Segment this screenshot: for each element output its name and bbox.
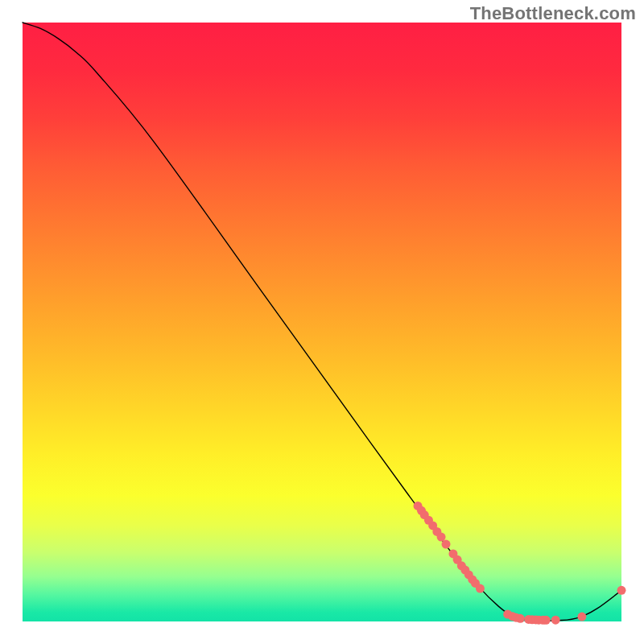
chart-canvas bbox=[0, 0, 644, 644]
watermark-label: TheBottleneck.com bbox=[470, 3, 636, 24]
data-point bbox=[551, 616, 560, 625]
data-point bbox=[617, 586, 626, 595]
plot-background bbox=[23, 23, 621, 621]
data-point bbox=[516, 614, 525, 623]
data-point bbox=[442, 540, 451, 549]
bottleneck-chart: TheBottleneck.com bbox=[0, 0, 644, 644]
data-point bbox=[577, 613, 586, 621]
data-point bbox=[476, 584, 485, 593]
data-point bbox=[542, 616, 551, 625]
